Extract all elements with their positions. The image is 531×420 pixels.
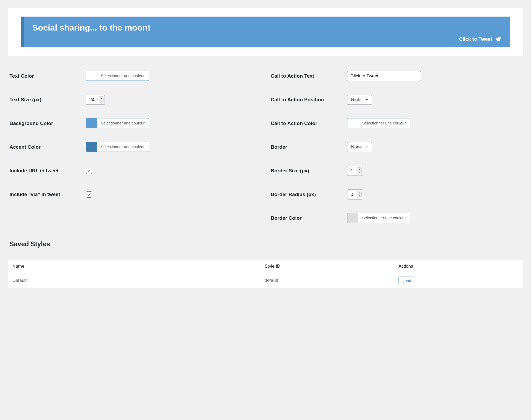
label-text-color: Text Color xyxy=(9,73,86,79)
label-border-radius: Border Radius (px) xyxy=(271,192,347,197)
border-color-swatch xyxy=(347,213,358,223)
border-value: None xyxy=(351,144,362,150)
border-select[interactable]: None xyxy=(347,142,372,152)
cell-style-id: default xyxy=(260,273,394,288)
label-bg-color: Background Color xyxy=(9,121,86,126)
th-name: Name xyxy=(8,260,260,273)
accent-color-label: Sélectionner une couleur xyxy=(97,142,149,152)
label-accent-color: Accent Color xyxy=(9,144,86,150)
field-cta-position: Call to Action Position Right xyxy=(271,93,522,107)
field-text-size: Text Size (px) ▲▼ xyxy=(9,93,260,107)
chevron-down-icon xyxy=(365,145,369,149)
text-size-input[interactable] xyxy=(89,97,99,103)
tweet-cta-label: Click to Tweet xyxy=(459,36,492,42)
accent-color-swatch xyxy=(86,142,97,152)
text-color-swatch xyxy=(86,71,97,81)
bg-color-picker[interactable]: Sélectionner une couleur xyxy=(86,118,149,128)
bg-color-label: Sélectionner une couleur xyxy=(97,118,149,128)
twitter-icon xyxy=(495,36,501,42)
th-style-id: Style ID xyxy=(260,260,394,273)
cta-text-input[interactable] xyxy=(347,71,421,81)
border-radius-stepper[interactable]: ▲▼ xyxy=(347,189,363,199)
field-border: Border None xyxy=(271,140,522,154)
field-text-color: Text Color Sélectionner une couleur xyxy=(9,69,260,83)
cta-color-swatch xyxy=(347,118,358,128)
label-border-size: Border Size (px) xyxy=(271,168,347,174)
settings-left-col: Text Color Sélectionner une couleur Text… xyxy=(9,69,260,235)
saved-styles-table: Name Style ID Actions Default default Lo… xyxy=(8,260,523,288)
check-icon xyxy=(87,192,91,197)
stepper-icon[interactable]: ▲▼ xyxy=(357,191,362,198)
check-icon xyxy=(87,169,91,173)
tweet-main: Social sharing... to the moon! Click to … xyxy=(24,17,510,47)
field-accent-color: Accent Color Sélectionner une couleur xyxy=(9,140,260,154)
label-include-via: Include "via" in tweet xyxy=(9,192,86,197)
load-button[interactable]: Load xyxy=(399,277,415,284)
label-include-url: Include URL in tweet xyxy=(9,168,86,174)
table-header-row: Name Style ID Actions xyxy=(8,260,523,273)
label-cta-position: Call to Action Position xyxy=(271,97,347,103)
cta-position-value: Right xyxy=(351,97,362,102)
border-color-label: Sélectionner une couleur xyxy=(358,213,410,223)
label-text-size: Text Size (px) xyxy=(9,97,86,103)
tweet-accent-bar xyxy=(21,17,24,47)
cta-color-picker[interactable]: Sélectionner une couleur xyxy=(347,118,410,128)
border-radius-input[interactable] xyxy=(351,192,357,197)
cell-actions: Load xyxy=(394,273,523,288)
th-actions: Actions xyxy=(394,260,523,273)
field-include-via: Include "via" in tweet xyxy=(9,188,260,201)
cell-name: Default xyxy=(8,273,260,288)
saved-styles-heading: Saved Styles xyxy=(8,240,523,248)
stepper-icon[interactable]: ▲▼ xyxy=(357,167,362,174)
label-cta-text: Call to Action Text xyxy=(271,73,347,79)
field-cta-text: Call to Action Text xyxy=(271,69,522,83)
border-size-input[interactable] xyxy=(351,168,357,174)
field-bg-color: Background Color Sélectionner une couleu… xyxy=(9,117,260,130)
divider xyxy=(8,252,523,252)
border-size-stepper[interactable]: ▲▼ xyxy=(347,166,363,176)
cta-position-select[interactable]: Right xyxy=(347,95,372,105)
text-color-picker[interactable]: Sélectionner une couleur xyxy=(86,71,149,81)
stepper-icon[interactable]: ▲▼ xyxy=(99,96,104,103)
bg-color-swatch xyxy=(86,118,97,128)
label-cta-color: Call to Action Color xyxy=(271,121,347,126)
settings-grid: Text Color Sélectionner une couleur Text… xyxy=(8,69,523,235)
field-border-radius: Border Radius (px) ▲▼ xyxy=(271,188,522,201)
settings-right-col: Call to Action Text Call to Action Posit… xyxy=(271,69,522,235)
include-url-checkbox[interactable] xyxy=(86,168,92,174)
text-color-label: Sélectionner une couleur xyxy=(97,71,149,81)
include-via-checkbox[interactable] xyxy=(86,191,92,198)
field-include-url: Include URL in tweet xyxy=(9,164,260,178)
cta-color-label: Sélectionner une couleur xyxy=(358,118,410,128)
field-border-color: Border Color Sélectionner une couleur xyxy=(271,211,522,225)
field-cta-color: Call to Action Color Sélectionner une co… xyxy=(271,117,522,130)
border-color-picker[interactable]: Sélectionner une couleur xyxy=(347,213,410,223)
text-size-stepper[interactable]: ▲▼ xyxy=(86,95,105,105)
tweet-text: Social sharing... to the moon! xyxy=(32,23,501,33)
accent-color-picker[interactable]: Sélectionner une couleur xyxy=(86,142,149,152)
field-border-size: Border Size (px) ▲▼ xyxy=(271,164,522,178)
tweet-banner[interactable]: Social sharing... to the moon! Click to … xyxy=(21,17,510,47)
chevron-down-icon xyxy=(365,98,369,102)
preview-card: Social sharing... to the moon! Click to … xyxy=(8,8,523,56)
label-border: Border xyxy=(271,144,347,150)
table-row: Default default Load xyxy=(8,273,523,288)
tweet-cta[interactable]: Click to Tweet xyxy=(32,36,501,42)
label-border-color: Border Color xyxy=(271,215,347,221)
